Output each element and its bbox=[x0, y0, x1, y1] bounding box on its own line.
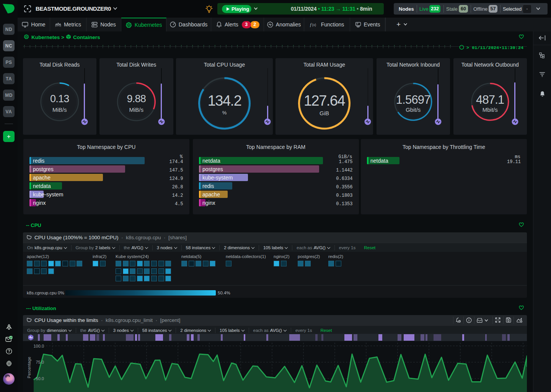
svg-text:(x): (x) bbox=[312, 23, 316, 27]
